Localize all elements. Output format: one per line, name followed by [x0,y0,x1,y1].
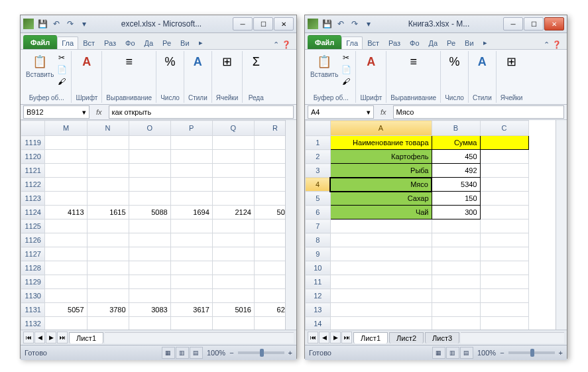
cell[interactable] [170,219,212,233]
cell[interactable] [45,150,87,164]
row-header[interactable]: 1127 [21,247,45,261]
cell[interactable] [87,164,129,178]
cell[interactable]: 1615 [87,206,129,219]
qat-more-icon[interactable]: ▾ [363,18,375,30]
cell[interactable] [480,164,528,178]
cell[interactable] [129,164,170,178]
zoom-out-icon[interactable]: − [229,349,233,357]
tab-more[interactable]: ▸ [194,36,207,49]
fx-icon[interactable]: fx [377,108,390,116]
cell[interactable] [432,289,480,303]
cell[interactable]: Чай [330,206,432,219]
col-header[interactable]: M [45,121,87,136]
name-box[interactable]: A4▾ [308,105,374,119]
cell[interactable]: 3780 [87,303,129,317]
tab-view[interactable]: Ви [460,36,478,49]
zoom-out-icon[interactable]: − [500,349,504,357]
row-header[interactable]: 7 [306,219,331,233]
cell[interactable]: Картофель [330,150,432,164]
tab-insert[interactable]: Вст [78,36,99,49]
sheet-tab[interactable]: Лист1 [69,332,103,343]
row-header[interactable]: 1124 [21,206,45,219]
row-header[interactable]: 14 [306,317,331,330]
titlebar[interactable]: 💾 ↶ ↷ ▾ Книга3.xlsx - M... ─ ☐ ✕ [305,15,567,33]
cell[interactable] [170,233,212,247]
cell[interactable] [170,261,212,275]
qat-more-icon[interactable]: ▾ [78,18,90,30]
row-header[interactable]: 11 [306,275,331,289]
tab-file[interactable]: Файл [23,35,57,49]
formula-input[interactable] [393,105,564,119]
cell[interactable] [170,150,212,164]
format-painter-icon[interactable]: 🖌 [56,76,67,87]
cells-icon[interactable]: ⊞ [502,52,520,71]
cell[interactable] [212,233,254,247]
cell[interactable] [45,317,87,330]
align-icon[interactable]: ≡ [120,52,139,71]
row-header[interactable]: 1131 [21,303,45,317]
view-layout-icon[interactable]: ▥ [446,347,459,359]
cell[interactable] [45,261,87,275]
horizontal-scrollbar[interactable] [461,332,564,343]
cell[interactable] [212,192,254,206]
cell[interactable] [170,164,212,178]
number-icon[interactable]: % [161,52,180,71]
name-box-dropdown-icon[interactable]: ▾ [367,108,371,117]
cell[interactable] [432,303,480,317]
col-header[interactable]: C [480,121,528,136]
tab-file[interactable]: Файл [308,35,341,49]
titlebar[interactable]: 💾 ↶ ↷ ▾ excel.xlsx - Microsoft... ─ ☐ ✕ [21,15,296,33]
col-header[interactable]: A [330,121,432,136]
cell[interactable]: 5016 [212,303,254,317]
row-header[interactable]: 5 [306,192,331,206]
row-header[interactable]: 1120 [21,150,45,164]
col-header[interactable]: Q [212,121,254,136]
cell[interactable] [330,275,432,289]
cell[interactable] [129,219,170,233]
cell[interactable] [87,136,129,150]
cell[interactable] [45,247,87,261]
cell[interactable]: 5057 [45,303,87,317]
cell[interactable] [330,303,432,317]
cell[interactable] [330,219,432,233]
cell[interactable] [432,261,480,275]
tab-home[interactable]: Гла [57,36,78,49]
cell[interactable] [45,233,87,247]
zoom-level[interactable]: 100% [207,349,225,357]
cell[interactable]: 4113 [45,206,87,219]
row-header[interactable]: 3 [306,164,331,178]
cell[interactable] [432,317,480,330]
cell[interactable]: Сахар [330,192,432,206]
cell[interactable] [45,178,87,192]
cell[interactable] [129,178,170,192]
cell[interactable] [480,233,528,247]
close-button[interactable]: ✕ [274,17,294,31]
select-all-corner[interactable] [21,121,45,136]
row-header[interactable]: 6 [306,206,331,219]
sheet-nav-prev[interactable]: ◀ [34,332,45,343]
zoom-in-icon[interactable]: + [288,349,292,357]
font-icon[interactable]: A [78,52,96,71]
cell[interactable] [87,219,129,233]
sheet-nav-next[interactable]: ▶ [330,332,341,343]
maximize-button[interactable]: ☐ [253,17,273,31]
cell[interactable] [432,275,480,289]
cell[interactable] [170,178,212,192]
cell[interactable] [480,206,528,219]
select-all-corner[interactable] [306,121,331,136]
row-header[interactable]: 13 [306,303,331,317]
cell[interactable]: Рыба [330,164,432,178]
cell[interactable]: 300 [432,206,480,219]
cell[interactable] [129,150,170,164]
cell[interactable] [330,289,432,303]
cell[interactable] [170,192,212,206]
row-header[interactable]: 1126 [21,233,45,247]
help-icon[interactable]: ❓ [282,40,291,49]
vertical-scrollbar[interactable] [285,120,296,330]
tab-layout[interactable]: Раз [384,36,405,49]
row-header[interactable]: 1129 [21,275,45,289]
cell[interactable] [45,164,87,178]
cell[interactable] [212,247,254,261]
cell[interactable]: Сумма [432,136,480,150]
undo-icon[interactable]: ↶ [50,18,62,30]
